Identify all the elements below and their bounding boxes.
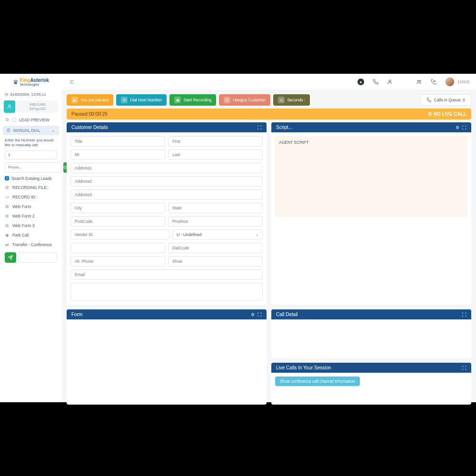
province-field[interactable] (168, 216, 263, 227)
sidebar: ♛ KingAsterisk Technologies ◷ 31/05/2024… (0, 74, 62, 402)
menu-toggle-button[interactable] (69, 79, 75, 85)
copy-icon: ⧉ (5, 117, 10, 122)
hangup-label: Hangup Customer (233, 98, 266, 102)
comments-field[interactable] (70, 283, 263, 301)
sidebar-item-parkcall[interactable]: ◉ Park Call (0, 230, 62, 240)
address2-field[interactable] (70, 176, 263, 187)
form-icon: 🗎 (5, 223, 10, 228)
expand-icon[interactable]: ⛶ (462, 366, 466, 370)
panel-header: Script... ⚙ ⛶ (271, 122, 471, 132)
inbound-ext: SIP/gs102 (30, 107, 46, 111)
postcode-field[interactable] (70, 216, 165, 227)
lead-preview-checkbox[interactable] (12, 118, 16, 122)
script-body: AGENT SCRIPT (275, 136, 467, 217)
inbound-status: INBOUND SIP/gs102 (4, 100, 58, 113)
show-conference-button[interactable]: Show conference call channel Information (275, 377, 360, 386)
address3-field[interactable] (70, 189, 263, 200)
state-field[interactable] (168, 203, 263, 213)
record-icon: ◉ (174, 97, 181, 103)
address1-field[interactable] (70, 163, 263, 173)
phone-icon (426, 98, 431, 102)
expand-icon[interactable]: ⛶ (258, 312, 262, 317)
phone-icon[interactable] (373, 79, 378, 85)
sidebar-item-label: RECORD ID: (12, 195, 36, 199)
dialcode-field[interactable] (168, 243, 263, 253)
manual-dial-row[interactable]: ✆ MANUAL DIAL ⌄ (3, 126, 59, 135)
lead-preview-label: LEAD PREVIEW (19, 118, 50, 122)
blank-field[interactable] (70, 243, 165, 253)
script-panel: Script... ⚙ ⛶ AGENT SCRIPT (271, 122, 471, 305)
mi-field[interactable] (70, 149, 165, 160)
dial-next-button[interactable]: ✆ Dial Next Number (116, 94, 167, 106)
disposition-select[interactable] (18, 252, 57, 263)
logo-subtitle: Technologies (20, 83, 49, 86)
altphone-field[interactable] (70, 256, 165, 267)
pause-label: You are paused (80, 98, 109, 102)
phone-icon: ✆ (7, 128, 10, 133)
lead-preview-row[interactable]: ⧉ LEAD PREVIEW (0, 115, 62, 125)
panel-title: Script... (276, 125, 292, 130)
start-recording-button[interactable]: ◉ Start Recording (169, 94, 216, 106)
timer-icon: ◷ (278, 97, 285, 103)
expand-icon[interactable]: ⛶ (462, 125, 466, 130)
chevron-down-icon: ⌄ (51, 128, 55, 133)
sidebar-item-record-id[interactable]: ▭ RECORD ID: (0, 192, 62, 202)
pause-icon: ▶ (71, 97, 78, 103)
inbound-info: INBOUND SIP/gs102 (17, 100, 58, 113)
email-field[interactable] (70, 269, 263, 280)
submit-button[interactable] (5, 252, 16, 263)
hangup-icon: ✆ (224, 97, 230, 103)
manual-dial-note: Enter the NUmber you would like to manua… (0, 136, 62, 149)
disposition-submit-row (5, 252, 57, 263)
manual-dial-label: MANUAL DIAL (13, 128, 40, 133)
gender-select[interactable] (172, 229, 263, 240)
calls-in-queue: Calls in Queue: 0 (420, 94, 471, 106)
call-detail-body (271, 319, 471, 343)
expand-icon[interactable]: ⛶ (258, 125, 262, 130)
last-name-field[interactable] (168, 149, 263, 160)
crown-icon: ♛ (13, 79, 19, 86)
call-forward-icon[interactable] (431, 79, 436, 85)
sidebar-item-webform[interactable]: 🗎 Web Form (0, 202, 62, 211)
phone-input[interactable] (5, 162, 61, 173)
expand-icon[interactable]: ⛶ (462, 312, 466, 317)
title-field[interactable] (70, 136, 165, 147)
search-existing-checkbox[interactable]: ✓ (5, 176, 9, 180)
datetime: ◷ 31/05/2024, 13:55:11 (0, 90, 62, 99)
sidebar-item-label: Web Form 3 (12, 223, 35, 228)
sidebar-item-webform3[interactable]: 🗎 Web Form 3 (0, 221, 62, 230)
customer-form (67, 132, 267, 305)
form-icon: 🗎 (5, 214, 10, 218)
sidebar-item-webform2[interactable]: 🗎 Web Form 2 (0, 211, 62, 221)
show-field[interactable] (168, 256, 263, 267)
notification-badge[interactable]: ● (357, 79, 364, 85)
logo-text-king: King (20, 78, 30, 83)
agent-icon-button[interactable] (4, 100, 15, 113)
seconds-button[interactable]: ◷ Seconds : (273, 94, 310, 106)
search-existing-row[interactable]: ✓ Search Existing Leads (0, 174, 62, 183)
queue-label: Calls in Queue: 0 (434, 98, 465, 102)
group-icon[interactable] (416, 79, 422, 85)
form-icon: 🗎 (5, 204, 10, 209)
topbar: ● 10003 (62, 74, 476, 90)
sidebar-item-recording-file[interactable]: 🗎 RECORDING FILE: (0, 183, 62, 192)
panel-header: Live Calls In Your Session ⛶ (271, 363, 471, 373)
sidebar-item-transfer[interactable]: ⇄ Transfer - Conference (0, 240, 62, 249)
user-chip[interactable]: 10003 (445, 77, 469, 87)
pause-button[interactable]: ▶ You are paused (67, 94, 113, 106)
hangup-button[interactable]: ✆ Hangup Customer (219, 94, 270, 106)
main-area: ● 10003 (62, 74, 476, 402)
phone-search-row: ✆ ↪ (5, 162, 57, 173)
first-name-field[interactable] (168, 136, 263, 147)
manual-dial-input[interactable] (5, 150, 57, 159)
user-icon[interactable] (387, 79, 393, 85)
vendor-id-field[interactable] (70, 229, 169, 240)
gear-icon[interactable]: ⚙ (251, 312, 255, 317)
inbound-label: INBOUND (30, 102, 46, 107)
gear-icon[interactable]: ⚙ (456, 125, 459, 130)
seconds-label: Seconds : (287, 98, 305, 102)
start-recording-label: Start Recording (183, 98, 211, 102)
city-field[interactable] (70, 203, 165, 213)
status-bar: Paused: 00:00:29 ✆ NO LIVE CALL (67, 109, 471, 119)
transfer-icon: ⇄ (5, 242, 10, 247)
